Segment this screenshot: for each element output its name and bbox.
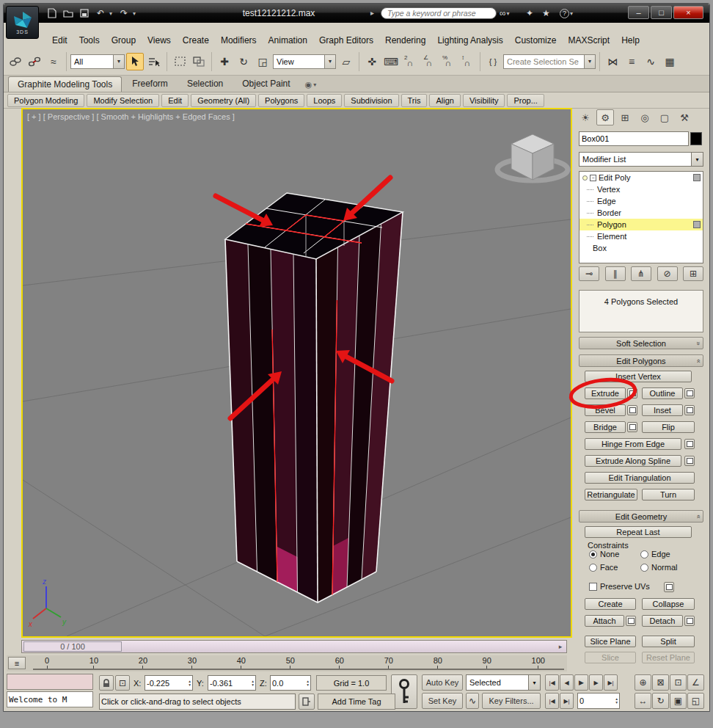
field-of-view-button[interactable]: ∠: [687, 674, 704, 691]
bevel-settings-button[interactable]: [627, 405, 637, 415]
set-key-button[interactable]: Set Key: [422, 693, 463, 709]
panel-tris[interactable]: Tris: [401, 94, 428, 107]
panel-polygons[interactable]: Polygons: [258, 94, 304, 107]
chevron-down-icon[interactable]: ▾: [691, 153, 703, 166]
reference-coordsys-combo[interactable]: View ▾: [273, 54, 336, 69]
percent-snap-toggle[interactable]: % ∩: [439, 53, 457, 70]
schematic-view-button[interactable]: ▦: [661, 53, 679, 70]
detach-settings-button[interactable]: [684, 616, 695, 626]
tab-create[interactable]: ☀: [577, 109, 594, 125]
stack-row-polygon[interactable]: Polygon: [579, 219, 703, 230]
menu-help[interactable]: Help: [615, 33, 646, 48]
next-key-button[interactable]: ▶|: [560, 693, 574, 709]
constraint-face-radio[interactable]: Face: [589, 563, 618, 572]
outline-button[interactable]: Outline: [642, 387, 683, 399]
previous-frame-button[interactable]: ◀: [560, 674, 574, 691]
perspective-viewport[interactable]: [ + ] [ Perspective ] [ Smooth + Highlig…: [21, 108, 572, 638]
bridge-settings-button[interactable]: [627, 422, 637, 432]
tab-freeform[interactable]: Freeform: [123, 76, 177, 92]
inset-settings-button[interactable]: [684, 405, 695, 415]
window-crossing-toggle[interactable]: [190, 53, 208, 70]
make-unique-button[interactable]: ⋔: [631, 266, 651, 281]
unlink-selection-button[interactable]: [26, 53, 43, 70]
curve-editor-button[interactable]: ∿: [642, 53, 659, 70]
search-dropdown-icon[interactable]: ▾: [507, 10, 513, 17]
viewport-scene[interactable]: z x y: [23, 109, 571, 636]
radio-icon[interactable]: [589, 550, 597, 558]
redo-button[interactable]: ↷: [117, 7, 131, 20]
menu-animation[interactable]: Animation: [263, 33, 313, 48]
app-menu-button[interactable]: 3DS: [6, 6, 39, 39]
open-file-button[interactable]: [61, 7, 76, 20]
repeat-last-button[interactable]: Repeat Last: [585, 526, 692, 538]
chevron-down-icon[interactable]: ▾: [584, 55, 595, 68]
spinner-icon[interactable]: [307, 680, 309, 687]
title-caret-icon[interactable]: ▸: [370, 9, 374, 17]
help-dropdown-icon[interactable]: ▾: [570, 10, 576, 17]
panel-geometry-all[interactable]: Geometry (All): [191, 94, 256, 107]
chevron-down-icon[interactable]: ▾: [113, 55, 124, 68]
menu-group[interactable]: Group: [106, 33, 142, 48]
create-button[interactable]: Create: [585, 598, 636, 610]
select-object-button[interactable]: [126, 53, 144, 70]
radio-icon[interactable]: [589, 564, 597, 572]
z-coordinate-field[interactable]: 0.0: [270, 675, 311, 691]
menu-modifiers[interactable]: Modifiers: [215, 33, 263, 48]
tab-modify[interactable]: ⚙: [596, 109, 614, 125]
extrude-settings-button[interactable]: [627, 388, 637, 398]
redo-dropdown-icon[interactable]: ▾: [133, 10, 139, 17]
select-and-rotate-button[interactable]: ↻: [235, 53, 252, 70]
tab-object-paint[interactable]: Object Paint: [233, 76, 299, 92]
show-end-result-button[interactable]: ∥: [605, 266, 626, 281]
tab-hierarchy[interactable]: ⊞: [616, 109, 634, 125]
menu-create[interactable]: Create: [177, 33, 215, 48]
selection-region-button[interactable]: [171, 53, 189, 70]
remove-modifier-button[interactable]: ⊘: [657, 266, 678, 281]
isolate-button[interactable]: [299, 694, 315, 710]
select-and-link-button[interactable]: [7, 53, 24, 70]
snaps-toggle[interactable]: 2 ∩: [401, 53, 419, 70]
named-selection-combo[interactable]: Create Selection Se ▾: [503, 54, 596, 69]
panel-properties[interactable]: Prop...: [507, 94, 544, 107]
selection-lock-toggle[interactable]: [99, 675, 114, 691]
select-and-move-button[interactable]: ✚: [216, 53, 233, 70]
menu-maxscript[interactable]: MAXScript: [562, 33, 615, 48]
track-bar-next-icon[interactable]: ▸: [555, 641, 566, 652]
previous-key-button[interactable]: |◀: [545, 693, 559, 709]
menu-rendering[interactable]: Rendering: [379, 33, 431, 48]
favorites-button[interactable]: ★: [542, 7, 550, 20]
chevron-down-icon[interactable]: ▾: [324, 55, 335, 68]
panel-align[interactable]: Align: [429, 94, 460, 107]
stack-row-element[interactable]: Element: [579, 230, 703, 242]
zoom-button[interactable]: ⊕: [635, 674, 651, 691]
box-object[interactable]: [225, 193, 403, 603]
edit-triangulation-button[interactable]: Edit Triangulation: [585, 472, 695, 484]
absolute-offset-toggle[interactable]: ⊡: [115, 675, 130, 691]
extrude-button[interactable]: Extrude: [585, 387, 626, 399]
maximize-viewport-toggle[interactable]: ◱: [687, 693, 704, 709]
viewcube[interactable]: [497, 134, 568, 181]
time-ruler[interactable]: ≡ 0 10 20 30 40 50 60 70 80 90 100: [7, 655, 567, 671]
hinge-from-edge-button[interactable]: Hinge From Edge: [585, 438, 681, 450]
rollout-edit-polygons[interactable]: Edit Polygons »: [579, 354, 703, 367]
search-input[interactable]: [381, 7, 497, 19]
keyboard-override-toggle[interactable]: ⌨: [382, 53, 400, 70]
angle-snap-toggle[interactable]: ∠ ∩: [420, 53, 438, 70]
hinge-settings-button[interactable]: [684, 439, 695, 449]
modifier-list-combo[interactable]: Modifier List ▾: [579, 152, 703, 167]
split-button[interactable]: Split: [642, 636, 695, 647]
key-filters-button[interactable]: Key Filters...: [482, 693, 541, 709]
orbit-button[interactable]: ↻: [652, 693, 669, 709]
selection-set-combo[interactable]: Selected ▾: [466, 674, 541, 691]
flip-button[interactable]: Flip: [642, 421, 695, 433]
pan-button[interactable]: ↔: [635, 693, 651, 709]
rollout-edit-geometry[interactable]: Edit Geometry »: [579, 510, 703, 523]
panel-polygon-modeling[interactable]: Polygon Modeling: [7, 94, 84, 107]
object-color-swatch[interactable]: [690, 132, 702, 145]
attach-settings-button[interactable]: [626, 616, 636, 626]
stack-row-edge[interactable]: Edge: [579, 195, 703, 207]
communication-center-button[interactable]: ✦: [526, 7, 533, 20]
checkbox-icon[interactable]: [589, 583, 597, 591]
align-button[interactable]: ≡: [623, 53, 640, 70]
minimize-button[interactable]: –: [628, 6, 649, 19]
